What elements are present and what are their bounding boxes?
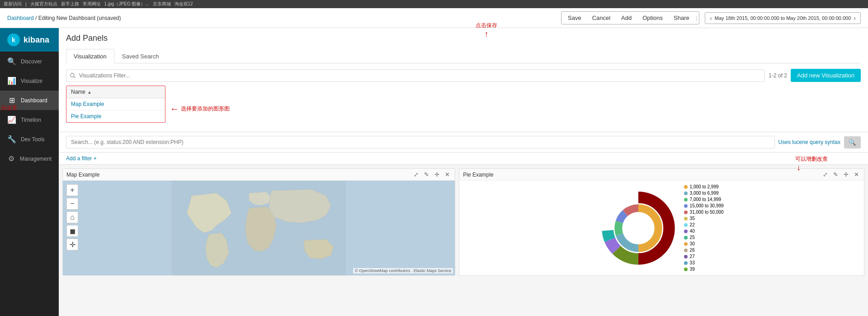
- pie-legend-color-dot: [684, 268, 688, 271]
- panel-pie: Pie Example ⤢ ✎ ✛ ✕: [459, 168, 864, 276]
- nav-separator: |: [696, 14, 697, 21]
- sidebar-label-management: Management: [20, 156, 52, 162]
- sidebar-item-visualize[interactable]: 📊 Visualize: [0, 71, 59, 91]
- browser-bar: 最新访问 | 火狐官方站点 新手上路 常用网址 1.jpg（JPEG 图像）..…: [0, 0, 868, 8]
- pie-legend-item: 39: [684, 267, 724, 272]
- pie-legend-item: 31,000 to 50,000: [684, 210, 724, 215]
- add-button[interactable]: Add: [617, 13, 636, 23]
- panel-map-edit-btn[interactable]: ✎: [423, 171, 430, 178]
- world-map: + − ⌂ ◼ ✛: [63, 181, 455, 275]
- sort-arrow-icon: ▲: [87, 90, 92, 95]
- time-range-label: May 18th 2015, 00:00:00.000 to May 20th …: [715, 15, 851, 21]
- tab-saved-search[interactable]: Saved Search: [114, 49, 167, 63]
- panel-map: Map Example ⤢ ✎ ✛ ✕ +: [62, 168, 455, 276]
- annotation-select-viz: ← 选择要添加的图形图: [170, 104, 230, 114]
- panel-pie-title: Pie Example: [463, 172, 493, 178]
- viz-item-map[interactable]: Map Example: [71, 101, 104, 107]
- pie-legend-item: 33: [684, 260, 724, 265]
- pie-legend-label: 31,000 to 50,000: [690, 210, 724, 215]
- panel-pie-move-btn[interactable]: ✛: [842, 171, 850, 178]
- tab-visualization[interactable]: Visualization: [66, 49, 114, 63]
- lucene-link[interactable]: Uses lucene query syntax: [778, 139, 840, 145]
- viz-col-name: Name: [71, 89, 85, 95]
- dashboard-icon: ⊞: [7, 96, 16, 105]
- search-button[interactable]: 🔍: [844, 136, 861, 148]
- map-tool-button[interactable]: ✛: [66, 239, 78, 250]
- pie-chart-svg: [600, 190, 677, 267]
- list-item[interactable]: Pie Example: [66, 110, 165, 122]
- pie-legend-label: 40: [690, 229, 695, 234]
- add-filter-link[interactable]: Add a filter +: [66, 155, 97, 162]
- pie-legend-item: 1,000 to 2,999: [684, 184, 724, 189]
- viz-item-pie[interactable]: Pie Example: [71, 113, 101, 120]
- sidebar-logo-text: kibana: [24, 35, 49, 45]
- sidebar-item-devtools[interactable]: 🔧 Dev Tools: [0, 129, 59, 149]
- panel-pie-expand-btn[interactable]: ⤢: [821, 171, 829, 178]
- panel-map-expand-btn[interactable]: ⤢: [412, 171, 420, 178]
- pie-legend-item: 27: [684, 254, 724, 259]
- pie-legend-item: 3,000 to 6,999: [684, 191, 724, 196]
- pie-legend-color-dot: [684, 242, 688, 246]
- pie-legend-item: 25: [684, 235, 724, 240]
- sidebar-label-devtools: Dev Tools: [21, 136, 44, 143]
- breadcrumb: Dashboard / Editing New Dashboard (unsav…: [7, 15, 556, 21]
- pie-legend-color-dot: [684, 192, 688, 195]
- top-nav: Dashboard / Editing New Dashboard (unsav…: [0, 8, 868, 28]
- sidebar-label-visualize: Visualize: [21, 78, 42, 84]
- devtools-icon: 🔧: [7, 135, 16, 144]
- pie-legend-color-dot: [684, 198, 688, 201]
- zoom-out-button[interactable]: −: [66, 198, 78, 210]
- pie-legend-item: 15,000 to 30,999: [684, 203, 724, 208]
- share-button[interactable]: Share: [669, 13, 694, 23]
- cancel-button[interactable]: Cancel: [588, 13, 615, 23]
- map-attribution: © OpenStreetMap contributors . Elastic M…: [353, 268, 453, 273]
- svg-point-10: [625, 215, 651, 241]
- discover-icon: 🔍: [7, 57, 16, 66]
- search-bar: Uses lucene query syntax 🔍: [59, 132, 868, 153]
- pie-legend-item: 22: [684, 222, 724, 227]
- search-icon: 🔍: [849, 139, 856, 146]
- panel-pie-close-btn[interactable]: ✕: [853, 171, 860, 178]
- map-select-button[interactable]: ◼: [66, 225, 78, 237]
- pie-legend-color-dot: [684, 236, 688, 239]
- viz-search-row: 1-2 of 2 Add new Visualization: [66, 69, 861, 82]
- options-button[interactable]: Options: [638, 13, 667, 23]
- panel-map-close-btn[interactable]: ✕: [443, 171, 451, 178]
- list-item[interactable]: Map Example: [66, 98, 165, 110]
- breadcrumb-current: Editing New Dashboard (unsaved): [38, 15, 121, 21]
- pie-legend-color-dot: [684, 261, 688, 265]
- viz-table: Name ▲ Map Example Pie Example: [66, 86, 165, 123]
- add-panels-title: Add Panels: [66, 34, 861, 43]
- save-button[interactable]: Save: [563, 13, 586, 23]
- sidebar-item-management[interactable]: ⚙ Management: [0, 149, 59, 168]
- add-panels-section: Add Panels Visualization Saved Search 1-…: [59, 28, 868, 132]
- top-nav-action-group: Save Cancel Add Options Share |: [561, 11, 699, 24]
- sidebar-item-timelion[interactable]: 📈 Timelion: [0, 110, 59, 129]
- pie-legend-label: 30: [690, 241, 695, 246]
- time-range-picker[interactable]: ‹ May 18th 2015, 00:00:00.000 to May 20t…: [705, 12, 861, 24]
- time-range-left-arrow[interactable]: ‹: [710, 14, 712, 22]
- add-new-visualization-button[interactable]: Add new Visualization: [791, 69, 861, 82]
- panel-map-body: + − ⌂ ◼ ✛: [63, 181, 455, 275]
- panel-pie-edit-btn[interactable]: ✎: [832, 171, 840, 178]
- pie-legend-label: 26: [690, 248, 695, 253]
- panel-map-header: Map Example ⤢ ✎ ✛ ✕: [63, 169, 455, 181]
- kibana-logo-icon: k: [7, 34, 20, 46]
- pie-legend-item: 40: [684, 229, 724, 234]
- sidebar-label-discover: Discover: [21, 58, 42, 65]
- sidebar-label-timelion: Timelion: [21, 117, 41, 123]
- map-home-button[interactable]: ⌂: [66, 211, 78, 223]
- pie-legend-item: 26: [684, 248, 724, 253]
- pie-legend-color-dot: [684, 255, 688, 259]
- panel-pie-body: 1,000 to 2,9993,000 to 6,9997,000 to 14,…: [459, 181, 864, 275]
- time-range-right-arrow[interactable]: ›: [854, 14, 856, 22]
- panel-map-move-btn[interactable]: ✛: [433, 171, 441, 178]
- pie-legend-label: 3,000 to 6,999: [690, 191, 719, 196]
- sidebar-item-discover[interactable]: 🔍 Discover: [0, 52, 59, 71]
- sidebar-item-dashboard[interactable]: ⊞ Dashboard 点击这里: [0, 91, 59, 110]
- zoom-in-button[interactable]: +: [66, 184, 78, 196]
- viz-filter-input[interactable]: [66, 69, 765, 82]
- pie-legend-color-dot: [684, 204, 688, 208]
- breadcrumb-dashboard-link[interactable]: Dashboard: [7, 15, 34, 21]
- query-input[interactable]: [66, 136, 775, 148]
